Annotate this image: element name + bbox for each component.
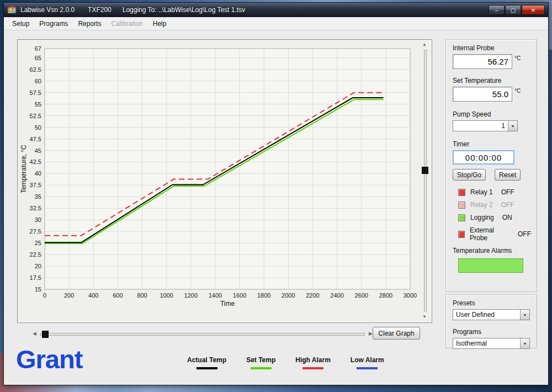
set-temperature-unit: °C	[514, 88, 521, 94]
svg-text:400: 400	[88, 292, 98, 299]
svg-text:30: 30	[35, 216, 41, 223]
set-temperature-value[interactable]	[453, 87, 512, 102]
relay-2-label: Relay 2	[470, 201, 493, 209]
menu-help[interactable]: Help	[148, 18, 172, 29]
external-probe-indicator: External Probe OFF	[458, 226, 531, 242]
svg-text:60: 60	[35, 78, 41, 84]
internal-probe-unit: °C	[514, 55, 521, 61]
horizontal-track[interactable]	[40, 333, 365, 336]
window-device-label: TXF200	[88, 6, 112, 14]
relay-1-indicator: Relay 1 OFF	[458, 188, 531, 196]
relay-1-label: Relay 1	[470, 188, 493, 196]
titlebar[interactable]: Labwise Vsn 2.0.0 TXF200 Logging To: ..\…	[4, 3, 548, 17]
svg-text:2400: 2400	[330, 292, 343, 299]
legend-label: Low Alarm	[351, 356, 384, 364]
svg-text:1800: 1800	[257, 292, 270, 299]
svg-text:20: 20	[35, 263, 41, 269]
stop-go-button[interactable]: Stop/Go	[453, 169, 486, 181]
programs-select[interactable]: Isothermal ▼	[453, 338, 530, 349]
controls-panel: Internal Probe °C Set Temperature °C Pum…	[445, 39, 537, 292]
scroll-left-icon[interactable]: ◀	[33, 331, 36, 336]
vertical-thumb[interactable]	[422, 167, 428, 174]
svg-text:65: 65	[35, 55, 41, 61]
svg-text:1400: 1400	[209, 292, 222, 299]
menu-reports[interactable]: Reports	[73, 18, 106, 29]
internal-probe-value[interactable]	[453, 54, 512, 69]
legend-actual-temp: Actual Temp	[187, 356, 226, 369]
legend-swatch	[251, 367, 272, 369]
legend-label: High Alarm	[295, 356, 331, 364]
presets-select[interactable]: User Defined ▼	[453, 309, 530, 320]
scroll-right-icon[interactable]: ▶	[369, 331, 373, 336]
internal-probe-label: Internal Probe	[453, 44, 531, 52]
window-title: Labwise Vsn 2.0.0	[20, 6, 75, 14]
timer-display: 00:00:00	[453, 150, 514, 165]
external-probe-state: OFF	[518, 230, 531, 238]
temperature-chart: 0200400600800100012001400160018002000220…	[19, 42, 418, 308]
svg-text:25: 25	[35, 240, 41, 246]
grant-logo: Grant	[16, 344, 82, 374]
svg-text:35: 35	[35, 193, 41, 200]
chart-panel: 0200400600800100012001400160018002000220…	[17, 39, 432, 323]
menu-setup[interactable]: Setup	[7, 18, 34, 29]
vertical-track[interactable]	[424, 50, 427, 311]
legend-high-alarm: High Alarm	[295, 356, 331, 369]
legend-swatch	[197, 367, 217, 369]
chart-legend: Actual Temp Set Temp High Alarm Low Alar…	[187, 356, 384, 369]
svg-text:15: 15	[35, 286, 41, 293]
svg-text:200: 200	[64, 292, 74, 299]
svg-text:1200: 1200	[184, 292, 198, 299]
scroll-down-icon[interactable]: ▼	[422, 314, 427, 319]
minimize-button[interactable]: –	[489, 5, 505, 15]
window-logging-path: Logging To: ..\LabWise\Log\Log Test 1.ts…	[123, 6, 245, 14]
relay-1-state: OFF	[501, 188, 514, 196]
external-probe-label: External Probe	[470, 226, 509, 242]
relay-2-led-icon	[458, 202, 465, 209]
svg-text:Temperature, °C: Temperature, °C	[20, 145, 28, 193]
legend-set-temp: Set Temp	[246, 356, 275, 369]
svg-text:57.5: 57.5	[30, 89, 41, 96]
horizontal-scrollbar[interactable]: ◀ ▶	[33, 330, 373, 338]
svg-text:600: 600	[113, 292, 123, 299]
clear-graph-button[interactable]: Clear Graph	[373, 327, 420, 340]
svg-text:Time: Time	[220, 300, 235, 308]
chevron-down-icon[interactable]: ▼	[520, 338, 529, 348]
logging-label: Logging	[470, 214, 494, 221]
scroll-up-icon[interactable]: ▲	[422, 42, 427, 47]
menubar: Setup Programs Reports Calibration Help	[4, 17, 548, 30]
app-icon	[7, 6, 17, 14]
programs-value: Isothermal	[453, 340, 520, 347]
svg-text:62.5: 62.5	[30, 66, 41, 73]
svg-text:37.5: 37.5	[30, 182, 41, 188]
svg-text:47.5: 47.5	[30, 136, 41, 142]
svg-text:40: 40	[35, 170, 41, 177]
svg-text:27.5: 27.5	[30, 228, 41, 235]
svg-text:42.5: 42.5	[30, 158, 41, 165]
svg-text:67: 67	[35, 45, 41, 52]
svg-text:17.5: 17.5	[30, 274, 41, 281]
svg-text:32.5: 32.5	[30, 205, 41, 211]
close-button[interactable]: ✕	[522, 5, 545, 15]
legend-low-alarm: Low Alarm	[351, 356, 384, 369]
presets-panel: Presets User Defined ▼ Programs Isotherm…	[445, 294, 537, 348]
temperature-alarms-display	[458, 258, 523, 273]
legend-label: Actual Temp	[187, 356, 226, 364]
relay-2-state: OFF	[501, 201, 514, 209]
svg-text:0: 0	[43, 292, 46, 299]
chevron-down-icon[interactable]: ▼	[520, 310, 529, 320]
app-window: Labwise Vsn 2.0.0 TXF200 Logging To: ..\…	[3, 2, 549, 385]
reset-button[interactable]: Reset	[495, 169, 521, 181]
menu-programs[interactable]: Programs	[34, 18, 73, 29]
vertical-scrollbar[interactable]: ▲ ▼	[421, 43, 429, 318]
pump-speed-select[interactable]: 1 ▼	[453, 120, 518, 131]
legend-label: Set Temp	[246, 356, 275, 364]
set-temperature-label: Set Temperature	[453, 77, 531, 84]
chevron-down-icon[interactable]: ▼	[508, 121, 517, 131]
logging-led-icon	[458, 214, 465, 221]
status-indicators: Relay 1 OFF Relay 2 OFF Logging ON Exter…	[458, 188, 531, 242]
svg-text:55: 55	[35, 101, 41, 108]
svg-text:52.5: 52.5	[30, 113, 41, 119]
svg-text:50: 50	[35, 124, 41, 131]
maximize-button[interactable]: ▢	[505, 5, 521, 15]
horizontal-thumb[interactable]	[42, 331, 49, 338]
